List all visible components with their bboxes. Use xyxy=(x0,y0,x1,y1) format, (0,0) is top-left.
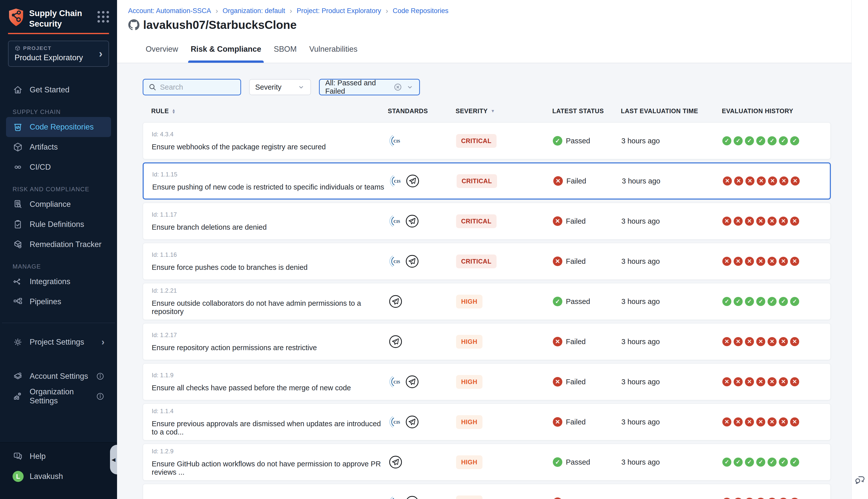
column-header-standards[interactable]: STANDARDS xyxy=(388,107,456,115)
breadcrumb-link-account-automation-ssca[interactable]: Account: Automation-SSCA xyxy=(128,7,211,15)
sidebar-item-label: CI/CD xyxy=(29,163,51,172)
sidebar-item-pipelines[interactable]: Pipelines xyxy=(6,292,111,312)
history-pass-icon: ✓ xyxy=(722,297,731,306)
tab-vulnerabilities[interactable]: Vulnerabilities xyxy=(309,36,358,63)
column-header-label: RULE xyxy=(151,107,169,115)
status-cell: ✕Failed xyxy=(553,498,622,499)
search-input[interactable] xyxy=(160,83,235,92)
sidebar-item-label: Get Started xyxy=(29,85,70,94)
github-icon xyxy=(128,19,140,31)
app-switcher-grid-icon[interactable] xyxy=(97,11,109,23)
standards-cell: CIS xyxy=(389,174,457,188)
column-header-latest-status[interactable]: LATEST STATUS xyxy=(552,107,621,115)
table-row[interactable]: Id: 1.1.5CISHIGH✕Failed3 hours ago✕✕✕✕✕✕… xyxy=(143,484,831,499)
sidebar-item-compliance[interactable]: Compliance xyxy=(6,194,111,214)
table-row[interactable]: Id: 1.1.15Ensure pushing of new code is … xyxy=(143,162,831,199)
breadcrumb-link-organization-default[interactable]: Organization: default xyxy=(222,7,285,15)
sort-desc-icon[interactable]: ▼ xyxy=(491,109,495,114)
sidebar-item-label: Organization Settings xyxy=(29,387,96,405)
table-row[interactable]: Id: 1.1.9Ensure all checks have passed b… xyxy=(143,363,831,400)
history-pass-icon: ✓ xyxy=(790,136,799,145)
sidebar-item-code-repositories[interactable]: Code Repositories xyxy=(6,117,111,137)
table-row[interactable]: Id: 1.2.9Ensure GitHub action workflows … xyxy=(143,443,831,481)
rule-cell: Id: 1.1.9Ensure all checks have passed b… xyxy=(152,368,388,395)
table-row[interactable]: Id: 1.2.17Ensure repository action permi… xyxy=(143,323,831,360)
sidebar-item-label: Integrations xyxy=(29,277,70,286)
table-body: Id: 4.3.4Ensure webhooks of the package … xyxy=(143,122,831,499)
sidebar-item-get-started[interactable]: Get Started xyxy=(6,80,111,100)
sort-icon[interactable]: ▲▼ xyxy=(172,109,176,113)
sidebar-item-organization-settings[interactable]: Organization Settings xyxy=(6,386,111,406)
breadcrumb-link-code-repositories[interactable]: Code Repositories xyxy=(393,7,448,15)
rule-id: Id: 1.1.17 xyxy=(152,211,388,218)
status-cell: ✕Failed xyxy=(553,176,622,186)
breadcrumb-link-project-product-exploratory[interactable]: Project: Product Exploratory xyxy=(297,7,381,15)
history-fail-icon: ✕ xyxy=(779,217,788,226)
table-row[interactable]: Id: 4.3.4Ensure webhooks of the package … xyxy=(143,122,831,159)
history-fail-icon: ✕ xyxy=(734,417,743,426)
history-fail-icon: ✕ xyxy=(790,417,799,426)
chat-support-icon[interactable] xyxy=(854,474,866,486)
tab-overview[interactable]: Overview xyxy=(145,36,179,63)
rule-cell: Id: 1.2.9Ensure GitHub action workflows … xyxy=(152,444,388,480)
history-pass-icon: ✓ xyxy=(722,458,731,467)
sidebar-item-ci-cd[interactable]: CI/CD xyxy=(6,157,111,177)
chevron-down-icon xyxy=(297,83,305,91)
table-row[interactable]: Id: 1.2.21Ensure outside collaborators d… xyxy=(143,283,831,320)
status-label: Failed xyxy=(566,217,586,226)
severity-filter-dropdown[interactable]: Severity xyxy=(249,79,311,95)
standards-cell xyxy=(388,294,456,309)
history-fail-icon: ✕ xyxy=(790,498,799,499)
sidebar-item-integrations[interactable]: Integrations xyxy=(6,271,111,292)
column-header-evaluation-history[interactable]: EVALUATION HISTORY xyxy=(722,107,822,115)
sidebar-item-label: Account Settings xyxy=(29,372,88,381)
column-header-rule[interactable]: RULE▲▼ xyxy=(151,107,388,115)
table-row[interactable]: Id: 1.1.16Ensure force pushes code to br… xyxy=(143,243,831,280)
evaluation-history: ✕✕✕✕✕✕✕ xyxy=(723,177,821,185)
status-label: Failed xyxy=(566,257,586,266)
sidebar-item-account-settings[interactable]: Account Settings xyxy=(6,366,111,386)
clear-filter-icon[interactable] xyxy=(394,83,402,92)
history-pass-icon: ✓ xyxy=(734,136,743,145)
sidebar-item-help[interactable]: ?Help xyxy=(6,446,111,466)
severity-badge: HIGH xyxy=(456,335,482,349)
status-label: Passed xyxy=(566,458,590,466)
last-evaluation-time: 3 hours ago xyxy=(622,137,722,145)
last-evaluation-time: 3 hours ago xyxy=(622,418,722,426)
status-filter-dropdown[interactable]: All: Passed and Failed xyxy=(319,79,420,95)
sidebar: Supply Chain Security PROJECT Product Ex… xyxy=(0,0,117,499)
standards-cell xyxy=(388,334,456,349)
column-header-label: SEVERITY xyxy=(456,107,488,115)
history-fail-icon: ✕ xyxy=(768,417,776,426)
rule-name: Ensure webhooks of the package registry … xyxy=(152,143,388,151)
project-selector[interactable]: PROJECT Product Exploratory › xyxy=(8,41,109,67)
status-label: Failed xyxy=(566,498,586,499)
column-header-last-evaluation-time[interactable]: LAST EVALUATION TIME xyxy=(621,107,722,115)
history-fail-icon: ✕ xyxy=(768,337,776,346)
breadcrumb-separator: › xyxy=(290,7,292,15)
tab-risk-compliance[interactable]: Risk & Compliance xyxy=(190,36,262,63)
svg-text:CIS: CIS xyxy=(394,380,400,384)
history-fail-icon: ✕ xyxy=(745,498,754,499)
chevron-right-icon: › xyxy=(101,338,105,346)
sidebar-collapse-handle[interactable]: ◀ xyxy=(110,445,117,474)
sidebar-item-rule-definitions[interactable]: Rule Definitions xyxy=(6,214,111,234)
status-cell: ✕Failed xyxy=(553,216,622,226)
history-pass-icon: ✓ xyxy=(790,458,799,467)
user-menu[interactable]: LLavakush xyxy=(6,466,111,486)
severity-badge: CRITICAL xyxy=(456,255,496,268)
standards-cell: CIS xyxy=(388,375,456,389)
table-row[interactable]: Id: 1.1.4Ensure previous approvals are d… xyxy=(143,403,831,440)
cube-icon xyxy=(13,142,23,153)
column-header-severity[interactable]: SEVERITY▼ xyxy=(456,107,552,115)
history-pass-icon: ✓ xyxy=(790,297,799,306)
tab-sbom[interactable]: SBOM xyxy=(273,36,297,63)
sidebar-item-artifacts[interactable]: Artifacts xyxy=(6,137,111,157)
sidebar-item-project-settings[interactable]: Project Settings› xyxy=(6,332,111,352)
table-row[interactable]: Id: 1.1.17Ensure branch deletions are de… xyxy=(143,203,831,240)
sidebar-item-remediation-tracker[interactable]: Remediation Tracker xyxy=(6,234,111,255)
rule-id: Id: 4.3.4 xyxy=(152,131,388,138)
project-cube-icon xyxy=(14,45,21,51)
status-cell: ✕Failed xyxy=(553,377,622,387)
sidebar-section-label-supply-chain: SUPPLY CHAIN xyxy=(13,108,105,115)
